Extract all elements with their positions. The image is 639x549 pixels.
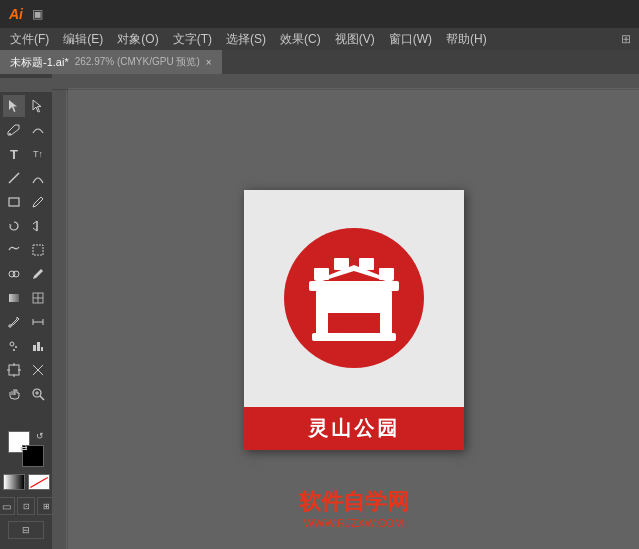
top-ruler bbox=[52, 74, 639, 90]
change-screen-mode[interactable]: ⊟ bbox=[8, 521, 44, 539]
svg-point-5 bbox=[13, 271, 19, 277]
menu-help[interactable]: 帮助(H) bbox=[440, 29, 493, 50]
artboard-gray-area bbox=[244, 190, 464, 407]
line-tool[interactable] bbox=[3, 167, 25, 189]
tool-group-line bbox=[3, 167, 49, 189]
symbol-sprayer-tool[interactable] bbox=[3, 335, 25, 357]
tab-close-button[interactable]: × bbox=[206, 57, 212, 68]
draw-mode-normal[interactable]: ▭ bbox=[0, 497, 15, 515]
swap-colors[interactable]: ⇄ bbox=[20, 443, 28, 453]
tool-group-rotate bbox=[3, 215, 49, 237]
svg-rect-39 bbox=[312, 333, 396, 341]
none-swatch[interactable] bbox=[28, 474, 50, 490]
menu-effect[interactable]: 效果(C) bbox=[274, 29, 327, 50]
tab-bar: 未标题-1.ai* 262.97% (CMYK/GPU 预览) × bbox=[0, 50, 639, 74]
mesh-tool[interactable] bbox=[27, 287, 49, 309]
canvas-area: 灵山公园 软件自学网 WWW.RJZXW.COM bbox=[52, 74, 639, 549]
shape-builder-tool[interactable] bbox=[3, 263, 25, 285]
svg-rect-18 bbox=[41, 347, 43, 351]
artboard: 灵山公园 bbox=[244, 190, 464, 450]
svg-rect-16 bbox=[33, 345, 36, 351]
measure-tool[interactable] bbox=[27, 311, 49, 333]
select-tool[interactable] bbox=[3, 95, 25, 117]
slice-tool[interactable] bbox=[27, 359, 49, 381]
tool-group-type: T T↑ bbox=[3, 143, 49, 165]
menu-bar: 文件(F) 编辑(E) 对象(O) 文字(T) 选择(S) 效果(C) 视图(V… bbox=[0, 28, 639, 50]
tool-group-artboard bbox=[3, 359, 49, 381]
tab-filename: 未标题-1.ai* bbox=[10, 55, 69, 70]
tool-group-pen bbox=[3, 119, 49, 141]
svg-point-14 bbox=[15, 346, 17, 348]
toolbar-ruler bbox=[0, 78, 52, 92]
svg-rect-6 bbox=[9, 294, 19, 302]
tool-group-gradient bbox=[3, 287, 49, 309]
draw-mode-behind[interactable]: ⊡ bbox=[17, 497, 35, 515]
tool-group-select bbox=[3, 95, 49, 117]
pen-tool[interactable] bbox=[3, 119, 25, 141]
menu-edit[interactable]: 编辑(E) bbox=[57, 29, 109, 50]
tool-group-rect bbox=[3, 191, 49, 213]
svg-rect-3 bbox=[33, 245, 43, 255]
reset-colors[interactable]: ↺ bbox=[36, 431, 44, 441]
tab-zoom-info: 262.97% (CMYK/GPU 预览) bbox=[75, 55, 200, 69]
banner-text: 灵山公园 bbox=[308, 415, 400, 442]
svg-line-1 bbox=[9, 173, 19, 183]
zoom-tool[interactable] bbox=[27, 383, 49, 405]
tool-group-eyedropper bbox=[3, 311, 49, 333]
color-section: ↺ ⇄ ▭ ⊡ ⊞ ⊟ bbox=[0, 431, 55, 545]
gradient-tool[interactable] bbox=[3, 287, 25, 309]
svg-rect-35 bbox=[309, 281, 399, 291]
watermark: 软件自学网 WWW.RJZXW.COM bbox=[299, 487, 409, 529]
window-controls: ▣ bbox=[32, 7, 43, 21]
svg-rect-38 bbox=[380, 308, 392, 336]
paintbrush-tool[interactable] bbox=[27, 191, 49, 213]
arc-tool[interactable] bbox=[27, 167, 49, 189]
svg-rect-19 bbox=[9, 365, 19, 375]
svg-point-0 bbox=[9, 133, 11, 135]
menu-view[interactable]: 视图(V) bbox=[329, 29, 381, 50]
artboard-container: 灵山公园 软件自学网 WWW.RJZXW.COM bbox=[68, 90, 639, 549]
title-bar: Ai ▣ bbox=[0, 0, 639, 28]
warp-tool[interactable] bbox=[3, 239, 25, 261]
watermark-main-text: 软件自学网 bbox=[299, 487, 409, 517]
curvature-tool[interactable] bbox=[27, 119, 49, 141]
layout-toggle[interactable]: ⊞ bbox=[621, 32, 635, 46]
color-boxes: ↺ ⇄ bbox=[8, 431, 44, 467]
left-ruler bbox=[52, 90, 68, 549]
svg-rect-37 bbox=[316, 308, 328, 336]
toolbar: T T↑ bbox=[0, 74, 52, 549]
svg-point-15 bbox=[13, 349, 15, 351]
menu-object[interactable]: 对象(O) bbox=[111, 29, 164, 50]
watermark-sub-text: WWW.RJZXW.COM bbox=[299, 517, 409, 529]
extra-tools: ▭ ⊡ ⊞ bbox=[0, 497, 55, 515]
svg-rect-2 bbox=[9, 198, 19, 206]
svg-rect-17 bbox=[37, 342, 40, 351]
column-chart-tool[interactable] bbox=[27, 335, 49, 357]
tool-group-hand bbox=[3, 383, 49, 405]
reflect-tool[interactable] bbox=[27, 215, 49, 237]
rectangle-tool[interactable] bbox=[3, 191, 25, 213]
type-tool[interactable]: T bbox=[3, 143, 25, 165]
gradient-swatch[interactable] bbox=[3, 474, 25, 490]
menu-type[interactable]: 文字(T) bbox=[167, 29, 218, 50]
direct-select-tool[interactable] bbox=[27, 95, 49, 117]
tool-group-shape-builder bbox=[3, 263, 49, 285]
svg-line-25 bbox=[40, 396, 44, 400]
menu-window[interactable]: 窗口(W) bbox=[383, 29, 438, 50]
eyedropper-tool[interactable] bbox=[3, 311, 25, 333]
active-tab[interactable]: 未标题-1.ai* 262.97% (CMYK/GPU 预览) × bbox=[0, 50, 222, 74]
menu-select[interactable]: 选择(S) bbox=[220, 29, 272, 50]
artboard-tool[interactable] bbox=[3, 359, 25, 381]
free-transform-tool[interactable] bbox=[27, 239, 49, 261]
main-area: T T↑ bbox=[0, 74, 639, 549]
tool-group-warp bbox=[3, 239, 49, 261]
menu-file[interactable]: 文件(F) bbox=[4, 29, 55, 50]
touch-type-tool[interactable]: T↑ bbox=[27, 143, 49, 165]
rotate-tool[interactable] bbox=[3, 215, 25, 237]
tool-group-symbol bbox=[3, 335, 49, 357]
building-logo bbox=[304, 253, 404, 343]
ai-logo: Ai bbox=[6, 5, 26, 23]
live-paint-tool[interactable] bbox=[27, 263, 49, 285]
hand-tool[interactable] bbox=[3, 383, 25, 405]
svg-point-13 bbox=[10, 342, 14, 346]
